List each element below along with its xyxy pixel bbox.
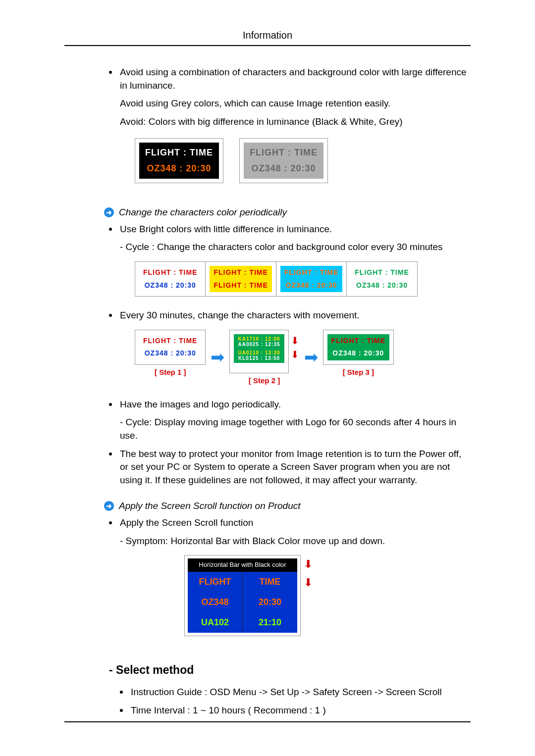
scroll-r1c1: OZ348 [188, 592, 243, 612]
figure-movement: FLIGHT : TIME OZ348 : 20:30 [ Step 1 ] ➡… [135, 330, 471, 386]
bullet-every30: Every 30 minutes, change the characters … [109, 309, 471, 393]
bullet-best-way: The best way to protect your monitor fro… [109, 448, 471, 487]
scroll-r1c2: 20:30 [243, 592, 297, 612]
text-every30: Every 30 minutes, change the characters … [120, 309, 471, 322]
fig-b-line2: OZ348 : 20:30 [250, 162, 318, 175]
text-symptom: - Symptom: Horizontal Bar with Black Col… [120, 535, 471, 548]
c4-l2: OZ348 : 20:30 [355, 281, 409, 291]
note-apply-scroll: ➜ Apply the Screen Scroll function on Pr… [104, 501, 471, 511]
c4-l1: FLIGHT : TIME [355, 268, 409, 278]
s3-l2: OZ348 : 20:30 [331, 349, 385, 358]
s2-l1: KA1710 : 12:00 [238, 336, 280, 342]
arrow-circle-icon: ➜ [104, 501, 114, 511]
step3-label: [ Step 3 ] [323, 367, 394, 377]
text-avoid-combo: Avoid using a combination of characters … [120, 66, 471, 92]
s3-l1: FLIGHT : TIME [331, 336, 385, 346]
scroll-card: Horizontal Bar with Black color FLIGHT T… [184, 555, 301, 636]
cycle-card-2: FLIGHT : TIME FLIGHT : TIME [205, 261, 276, 297]
figure-luminance: FLIGHT : TIME OZ348 : 20:30 FLIGHT : TIM… [135, 138, 471, 183]
s2-l2b: KL0125 : 13:50 [238, 355, 280, 361]
text-best-way: The best way to protect your monitor fro… [120, 448, 471, 487]
bullet-dot [120, 709, 123, 712]
fig-a-line2: OZ348 : 20:30 [145, 162, 213, 175]
bullet-time-interval: Time Interval : 1 ~ 10 hours ( Recommend… [120, 704, 471, 717]
bullet-instruction-guide: Instruction Guide : OSD Menu -> Set Up -… [120, 686, 471, 699]
text-have-images: Have the images and logo periodically. [120, 398, 471, 411]
scroll-h1: FLIGHT [188, 572, 243, 592]
s1-l1: FLIGHT : TIME [143, 336, 197, 346]
c3-l2: OZ348 : 20:30 [284, 281, 338, 291]
arrow-right-icon: ➡ [304, 346, 318, 369]
c1-l1: FLIGHT : TIME [143, 268, 197, 278]
down-arrows-icon: ⬇⬇ [290, 330, 299, 373]
cycle-card-1: FLIGHT : TIME OZ348 : 20:30 [135, 261, 206, 297]
c2-l1: FLIGHT : TIME [214, 268, 268, 278]
top-rule [64, 45, 471, 46]
note-apply-scroll-text: Apply the Screen Scroll function on Prod… [119, 501, 300, 511]
page-header: Information [64, 30, 471, 41]
bullet-have-images: Have the images and logo periodically. -… [109, 398, 471, 443]
step1-label: [ Step 1 ] [135, 367, 206, 377]
arrow-right-icon: ➡ [211, 346, 224, 369]
text-time-interval: Time Interval : 1 ~ 10 hours ( Recommend… [131, 704, 471, 717]
card-grey: FLIGHT : TIME OZ348 : 20:30 [239, 138, 328, 183]
fig-a-line1: FLIGHT : TIME [145, 147, 213, 159]
s1-l2: OZ348 : 20:30 [143, 349, 197, 358]
scroll-h2: TIME [243, 572, 297, 592]
text-cycle-logo: - Cycle: Display moving image together w… [120, 416, 471, 442]
text-cycle30: - Cycle : Change the characters color an… [120, 241, 471, 254]
bullet-dot [109, 521, 112, 524]
s2-l1b: AA0025 : 12:35 [238, 342, 280, 347]
step2-label: [ Step 2 ] [229, 375, 299, 386]
bullet-dot [109, 71, 112, 74]
bullet-dot [109, 403, 112, 406]
step3-block: FLIGHT : TIME OZ348 : 20:30 [ Step 3 ] [323, 330, 394, 377]
c3-l1: FLIGHT : TIME [284, 268, 338, 278]
text-avoid-colors: Avoid: Colors with big difference in lum… [120, 115, 471, 129]
card-black: FLIGHT : TIME OZ348 : 20:30 [135, 138, 223, 183]
cycle-card-3: FLIGHT : TIME OZ348 : 20:30 [276, 261, 347, 297]
bullet-dot [109, 228, 112, 231]
arrow-circle-icon: ➜ [104, 207, 114, 217]
bullet-apply-scroll: Apply the Screen Scroll function - Sympt… [109, 516, 471, 644]
scroll-r2c2: 21:10 [243, 612, 297, 633]
bullet-avoid-combo: Avoid using a combination of characters … [109, 66, 471, 193]
step2-block: KA1710 : 12:00 AA0025 : 12:35 UA0110 : 1… [229, 330, 299, 386]
bullet-dot [120, 691, 123, 694]
cycle-card-4: FLIGHT : TIME OZ348 : 20:30 [346, 261, 417, 297]
bullet-dot [109, 314, 112, 317]
figure-cycle: FLIGHT : TIME OZ348 : 20:30 FLIGHT : TIM… [135, 261, 471, 297]
text-instruction-guide: Instruction Guide : OSD Menu -> Set Up -… [131, 686, 471, 699]
bullet-use-bright: Use Bright colors with little difference… [109, 223, 471, 304]
c1-l2: OZ348 : 20:30 [143, 281, 197, 291]
c2-l2: FLIGHT : TIME [214, 281, 268, 291]
scroll-r2c1: UA102 [188, 612, 243, 633]
bottom-rule [64, 721, 471, 722]
text-use-bright: Use Bright colors with little difference… [120, 223, 471, 236]
fig-b-line1: FLIGHT : TIME [250, 147, 318, 159]
note-change-color-text: Change the characters color periodically [119, 207, 287, 218]
scroll-bar-label: Horizontal Bar with Black color [188, 558, 297, 571]
s2-l2: UA0110 : 13:30 [238, 350, 280, 355]
text-apply-scroll: Apply the Screen Scroll function [120, 516, 471, 530]
step1-block: FLIGHT : TIME OZ348 : 20:30 [ Step 1 ] [135, 330, 206, 377]
text-avoid-grey: Avoid using Grey colors, which can cause… [120, 97, 471, 110]
scroll-arrows-icon: ⬇⬇ [304, 555, 313, 636]
bullet-dot [109, 453, 112, 455]
note-change-color: ➜ Change the characters color periodical… [104, 207, 471, 218]
figure-scroll: Horizontal Bar with Black color FLIGHT T… [184, 555, 471, 636]
section-select-method: - Select method [109, 663, 471, 677]
